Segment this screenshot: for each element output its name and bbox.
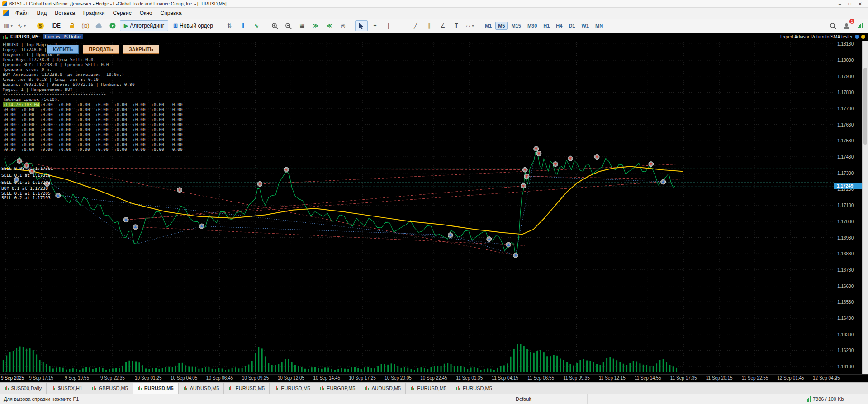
menu-item-help[interactable]: Справка — [157, 9, 186, 18]
chart-tab[interactable]: $USDX,H1 — [47, 383, 87, 394]
minimize-button[interactable]: – — [839, 1, 841, 6]
tick-chart-icon[interactable]: ∿ — [250, 20, 263, 31]
price-axis-label: 1.16430 — [837, 315, 854, 320]
trade-table-cell: +0.00 — [151, 107, 170, 112]
timeframe-button-H4[interactable]: H4 — [553, 22, 565, 30]
buy-button[interactable]: КУПИТЬ — [47, 45, 79, 54]
auto-scroll-button[interactable]: ≫ — [309, 20, 322, 31]
close-all-button[interactable]: ЗАКРЫТЬ — [123, 45, 159, 54]
new-order-button[interactable]: ⊞ Новый ордер — [169, 20, 217, 31]
zoom-in-button[interactable] — [269, 20, 281, 31]
time-axis-label: 12 Sep 04:25 — [813, 376, 840, 381]
trade-table-cell: +0.00 — [114, 107, 133, 112]
window-title: 68151 - EGlobalTrade-Demo: Демо-счет - H… — [9, 1, 227, 6]
zoom-out-button[interactable] — [282, 20, 295, 31]
vertical-scrollbar[interactable] — [862, 41, 868, 374]
play-circle-icon[interactable] — [106, 20, 119, 31]
menu-item-charts[interactable]: Графики — [79, 9, 109, 18]
toolbar-separator — [31, 22, 31, 30]
angle-tool-button[interactable]: ∠ — [436, 20, 449, 31]
chart-caption-bar: EURUSD, M5: Euro vs US Dollar Expert Adv… — [0, 33, 868, 41]
menu-item-view[interactable]: Вид — [33, 9, 51, 18]
maximize-button[interactable]: □ — [849, 1, 851, 6]
connection-status-icon — [854, 20, 866, 31]
chart-tab[interactable]: EURUSD,M5 — [406, 383, 451, 394]
algo-settings-icon[interactable]: (ю) — [79, 20, 92, 31]
chart-tab[interactable]: EURUSD,M5 — [224, 383, 270, 394]
scrollbar-thumb[interactable] — [863, 68, 867, 145]
chart-tab[interactable]: AUDUSD,M5 — [360, 383, 406, 394]
arrange-icon[interactable]: ⇅ — [223, 20, 236, 31]
menu-item-tools[interactable]: Сервис — [109, 9, 136, 18]
chart-type-button[interactable]: ▥▾ — [2, 20, 14, 31]
timeframe-button-M30[interactable]: M30 — [525, 22, 540, 30]
chart-shift-button[interactable]: ≪ — [323, 20, 336, 31]
channel-tool-button[interactable]: ∥ — [423, 20, 436, 31]
chart-tab[interactable]: EURUSD,M5 — [270, 383, 315, 394]
grid-button[interactable]: ▦ — [296, 20, 308, 31]
vline-tool-button[interactable]: │ — [382, 20, 395, 31]
trade-table-row: +0.00+0.00+0.00+0.00+0.00+0.00+0.00+0.00… — [3, 147, 188, 152]
target-icon[interactable]: ◎ — [337, 20, 349, 31]
chart-tab[interactable]: EURUSD,M5 — [133, 383, 179, 394]
timeframe-button-M15[interactable]: M15 — [508, 22, 523, 30]
pause-icon[interactable]: ‖ — [237, 20, 249, 31]
text-tool-button[interactable]: T — [450, 20, 463, 31]
time-axis-label: 11 Sep 06:55 — [527, 376, 554, 381]
timeframe-button-M5[interactable]: M5 — [495, 22, 508, 30]
menu-item-file[interactable]: Файл — [11, 9, 33, 18]
trade-table-cell: +0.00 — [3, 127, 21, 132]
lock-icon[interactable] — [66, 20, 78, 31]
sell-button[interactable]: ПРОДАТЬ — [83, 45, 119, 54]
trade-table-title: Таблица сделок (5x10): — [3, 97, 188, 102]
chart-tab[interactable]: $US500,Daily — [0, 383, 47, 394]
time-axis-label: 9 Sep 22:35 — [100, 376, 125, 381]
chart-tab[interactable]: AUDUSD,M5 — [179, 383, 224, 394]
tab-label: EURUSD,M5 — [281, 385, 310, 391]
trade-table-cell: +0.00 — [58, 142, 77, 147]
ea-info-line: Средняя BUY: 117238.0 | Средняя SELL: 0.… — [3, 62, 188, 67]
toolbar-separator — [352, 22, 352, 30]
chart-caption-description: Euro vs US Dollar — [43, 34, 83, 39]
menu-item-insert[interactable]: Вставка — [51, 9, 79, 18]
trade-table-cell: +0.00 — [133, 107, 151, 112]
trade-table-cell: +0.00 — [40, 142, 58, 147]
quotes-icon[interactable]: $ — [34, 20, 47, 31]
timeframe-button-H1[interactable]: H1 — [541, 22, 552, 30]
status-empty-cell — [588, 394, 681, 404]
profiles-button[interactable]: ∿▾ — [15, 20, 28, 31]
trade-table-cell: +0.00 — [58, 107, 77, 112]
trendline-tool-button[interactable]: ╱ — [409, 20, 422, 31]
hline-tool-button[interactable]: ─ — [396, 20, 408, 31]
timeframe-button-D1[interactable]: D1 — [566, 22, 578, 30]
trade-table-cell: +0.00 — [114, 102, 133, 107]
search-button[interactable] — [826, 20, 839, 31]
ea-info-line: BUY Активация: 117238.0 (до активации: -… — [3, 72, 188, 77]
timeframe-group: M1M5M15M30H1H4D1W1MN — [482, 22, 606, 30]
trade-table-cell: +0.00 — [3, 117, 21, 122]
crosshair-tool-button[interactable]: + — [369, 20, 381, 31]
price-axis-label: 1.17430 — [837, 155, 854, 160]
menu-item-window[interactable]: Окно — [136, 9, 157, 18]
close-button[interactable]: ✕ — [859, 1, 862, 6]
cloud-icon[interactable] — [93, 20, 105, 31]
trade-table-cell: +0.00 — [3, 112, 21, 117]
ide-button[interactable]: IDE — [47, 20, 65, 31]
tab-label: EURUSD,M5 — [235, 385, 265, 391]
chart-plot[interactable]: EURUSD | Inp_Magic: 1Спред: 117248.0 | S… — [0, 41, 834, 374]
chart-tab[interactable]: EURGBP,M5 — [315, 383, 360, 394]
status-profile[interactable]: Default — [512, 394, 588, 404]
algo-trading-toggle[interactable]: ▶ Алготрейдинг — [120, 20, 168, 31]
trade-table-cell: +0.00 — [40, 107, 58, 112]
cursor-tool-button[interactable] — [355, 20, 368, 31]
price-axis-label: 1.17730 — [837, 106, 854, 111]
timeframe-button-M1[interactable]: M1 — [482, 22, 494, 30]
trade-table-cell: +0.00 — [170, 137, 188, 142]
timeframe-button-W1[interactable]: W1 — [579, 22, 592, 30]
timeframe-button-MN[interactable]: MN — [593, 22, 606, 30]
chart-tab[interactable]: GBPUSD,M5 — [87, 383, 133, 394]
shapes-tool-button[interactable]: ▱▾ — [464, 20, 476, 31]
ea-smile-icon[interactable] — [861, 35, 865, 39]
notifications-button[interactable]: 1 — [840, 20, 853, 31]
chart-tab[interactable]: EURUSD,M5 — [451, 383, 497, 394]
